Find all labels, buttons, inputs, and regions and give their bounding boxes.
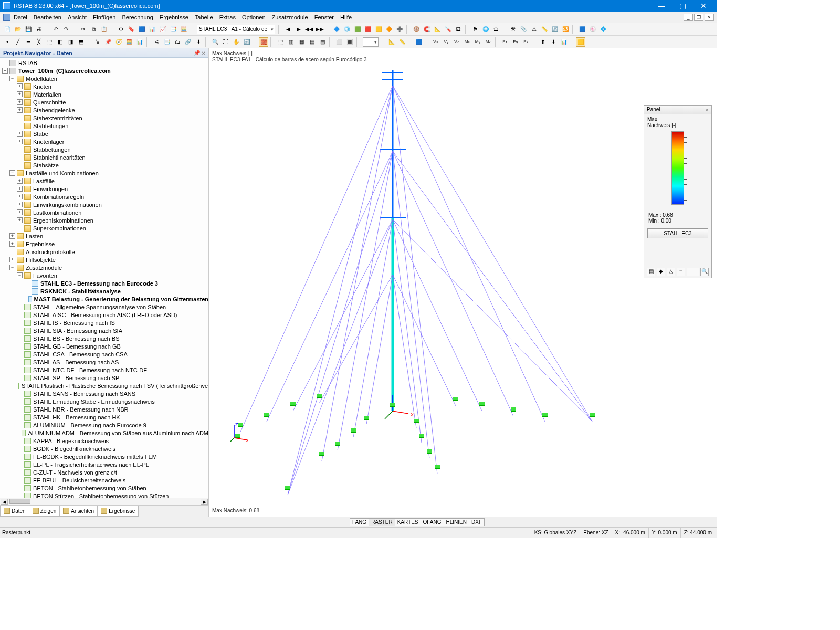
tree-item[interactable]: STAHL BS - Bemessung nach BS <box>2 334 208 342</box>
tree-item[interactable]: STAHL AS - Bemessung nach AS <box>2 358 208 366</box>
tree-item[interactable]: MAST Belastung - Generierung der Belastu… <box>2 295 208 303</box>
print-icon[interactable]: 🖨 <box>34 25 44 34</box>
tool-icon[interactable]: 📐 <box>433 25 442 34</box>
tool-icon[interactable]: Mz <box>484 37 493 47</box>
tree-item[interactable]: RSTAB <box>2 59 208 67</box>
tree-item[interactable]: +Querschnitte <box>2 98 208 106</box>
tool-icon[interactable]: 🗂 <box>173 37 182 47</box>
menu-extras[interactable]: Extras <box>219 14 236 20</box>
tool-icon[interactable]: 🛞 <box>412 25 421 34</box>
tool-icon[interactable]: ▦ <box>297 37 306 47</box>
first-icon[interactable]: ◀◀ <box>304 25 314 34</box>
tool-icon[interactable]: Mx <box>463 37 472 47</box>
tab-ansichten[interactable]: Ansichten <box>59 506 98 517</box>
tool-icon[interactable]: 🟨 <box>374 25 383 34</box>
snap-hlinien[interactable]: HLINIEN <box>444 518 469 526</box>
tool-icon[interactable]: 🍥 <box>588 25 597 34</box>
menu-einfuegen[interactable]: Einfügen <box>93 14 116 20</box>
navigator-hscroll[interactable]: ◀▶ <box>0 498 208 505</box>
snap-dxf[interactable]: DXF <box>469 518 485 526</box>
minimize-button[interactable]: — <box>651 2 672 10</box>
rotate-icon[interactable]: 🔄 <box>242 37 251 47</box>
tool-icon[interactable]: 🔄 <box>550 25 560 34</box>
close-button[interactable]: ✕ <box>693 2 714 10</box>
tool-icon[interactable]: 🧲 <box>422 25 432 34</box>
tool-icon[interactable]: ➗ <box>395 25 404 34</box>
tree-item[interactable]: STAHL NBR - Bemessung nach NBR <box>2 405 208 413</box>
tool-icon[interactable]: 🔳 <box>345 37 354 47</box>
tool-icon[interactable]: ⬚ <box>276 37 285 47</box>
panel-tool-icon[interactable]: △ <box>667 268 675 276</box>
tree-item[interactable]: +Stäbe <box>2 130 208 138</box>
tool-icon[interactable]: 🔗 <box>183 37 193 47</box>
menu-datei[interactable]: Datei <box>14 14 27 20</box>
mdi-close[interactable]: × <box>705 14 714 21</box>
tree-item[interactable]: ALUMINIUM - Bemessung nach Eurocode 9 <box>2 421 208 429</box>
tool-icon[interactable]: 🧮 <box>124 37 134 47</box>
pan-icon[interactable]: ✋ <box>232 37 241 47</box>
tool-icon[interactable]: 🔷 <box>332 25 341 34</box>
tool-icon[interactable]: ╳ <box>34 37 44 47</box>
line-icon[interactable]: ╱ <box>13 37 23 47</box>
tool-icon[interactable]: Vy <box>442 37 451 47</box>
tree-item[interactable]: C-ZU-T - Nachweis von grenz c/t <box>2 468 208 476</box>
tree-item[interactable]: +Materialien <box>2 90 208 98</box>
tool-icon[interactable]: 💠 <box>598 25 608 34</box>
tree-item[interactable]: STAHL NTC-DF - Bemessung nach NTC-DF <box>2 366 208 374</box>
tool-icon[interactable]: 🖱 <box>93 37 102 47</box>
prev-icon[interactable]: ◀ <box>284 25 293 34</box>
snap-kartes[interactable]: KARTES <box>395 518 421 526</box>
tool-icon[interactable]: 📑 <box>169 25 178 34</box>
tool-icon[interactable]: 🧭 <box>114 37 123 47</box>
tree-item[interactable]: STAHL Plastisch - Plastische Bemessung n… <box>2 382 208 390</box>
tool-icon[interactable]: 🔶 <box>384 25 394 34</box>
tool-icon[interactable]: ⬒ <box>76 37 86 47</box>
undo-icon[interactable]: ↶ <box>51 25 60 34</box>
tool-icon[interactable]: 🟦 <box>414 37 424 47</box>
zoom-window-icon[interactable]: 🔍 <box>211 37 220 47</box>
tool-icon[interactable]: Px <box>500 37 510 47</box>
tree-item[interactable]: +Lasten <box>2 232 208 240</box>
mdi-minimize[interactable]: _ <box>684 14 693 21</box>
panel-header[interactable]: Panel× <box>644 106 711 114</box>
tool-icon[interactable]: 🛎 <box>491 25 501 34</box>
tree-item[interactable]: Stabteilungen <box>2 122 208 130</box>
next-icon[interactable]: ▶ <box>294 25 303 34</box>
menu-bearbeiten[interactable]: Bearbeiten <box>34 14 61 20</box>
module-combo[interactable]: STAHL EC3 FA1 - Cálculo de <box>197 25 275 34</box>
tool-icon[interactable]: Pz <box>521 37 531 47</box>
tool-icon[interactable]: Py <box>511 37 520 47</box>
tree-item[interactable]: Stabnichtlinearitäten <box>2 153 208 161</box>
paste-icon[interactable]: 📋 <box>99 25 109 34</box>
tool-icon[interactable]: 🔁 <box>561 25 570 34</box>
tree-item[interactable]: STAHL AISC - Bemessung nach AISC (LRFD o… <box>2 311 208 319</box>
tool-icon[interactable]: ⚙ <box>116 25 125 34</box>
tool-icon[interactable]: 📊 <box>148 25 157 34</box>
tool-icon[interactable]: 📎 <box>519 25 528 34</box>
menu-zusatzmodule[interactable]: Zusatzmodule <box>272 14 308 20</box>
menu-hilfe[interactable]: Hilfe <box>340 14 352 20</box>
model-viewport[interactable]: Max Nachweis [-] STAHL EC3 FA1 - Cálculo… <box>209 48 717 517</box>
tool-icon[interactable]: ⬜ <box>334 37 344 47</box>
tree-item[interactable]: −Modelldaten <box>2 75 208 82</box>
tree-item[interactable]: KAPPA - Biegeknicknachweis <box>2 437 208 445</box>
tool-icon[interactable]: My <box>473 37 482 47</box>
tool-icon[interactable]: 🔖 <box>127 25 136 34</box>
tree-item[interactable]: −Lastfälle und Kombinationen <box>2 169 208 177</box>
snap-raster[interactable]: RASTER <box>369 518 395 526</box>
tab-zeigen[interactable]: Zeigen <box>29 506 60 517</box>
menu-optionen[interactable]: Optionen <box>242 14 266 20</box>
menu-fenster[interactable]: Fenster <box>314 14 334 20</box>
menu-tabelle[interactable]: Tabelle <box>195 14 213 20</box>
tool-icon[interactable]: 📊 <box>559 37 569 47</box>
tree-item[interactable]: ALUMINIUM ADM - Bemessung von Stäben aus… <box>2 429 208 437</box>
redo-icon[interactable]: ↷ <box>61 25 71 34</box>
tool-icon[interactable]: ⬇ <box>194 37 203 47</box>
tool-icon[interactable]: 🟥 <box>363 25 373 34</box>
tree-item[interactable]: Superkombinationen <box>2 224 208 232</box>
tree-item[interactable]: Stabsätze <box>2 161 208 169</box>
tree-item[interactable]: EL-PL - Tragsicherheitsnachweis nach EL-… <box>2 460 208 468</box>
tool-icon[interactable]: 🧊 <box>342 25 352 34</box>
tool-icon[interactable]: ⬆ <box>538 37 548 47</box>
panel-zoom-icon[interactable]: 🔍 <box>700 268 709 276</box>
